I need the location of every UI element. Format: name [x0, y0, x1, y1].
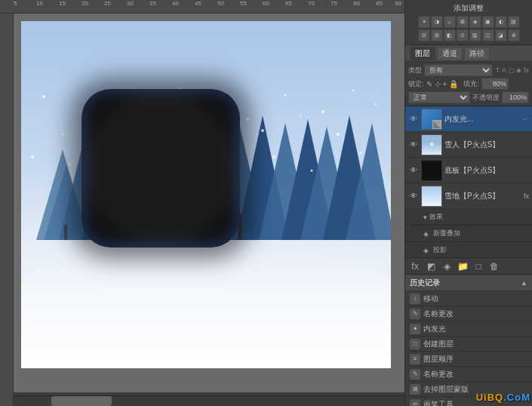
layer-eye-icon[interactable]: 👁 — [408, 191, 419, 201]
sub-layer-item[interactable]: ◈ 新覆叠加 — [405, 226, 532, 242]
layer-thumbnail — [421, 160, 442, 181]
blend-mode-select[interactable]: 正常 溶解 变暗 — [408, 91, 470, 103]
watermark: UiBQ.CoM — [476, 392, 530, 403]
history-item-name: 内发光 — [423, 324, 446, 334]
layer-link-icon: ⋯ — [522, 115, 529, 123]
layers-tabs-header: 图层 通道 路径 — [405, 45, 532, 62]
layer-name: 底板【P火点S】 — [444, 165, 529, 176]
adj-icon-4[interactable]: ⊠ — [457, 16, 469, 28]
history-header[interactable]: 历史记录 ▲ — [405, 275, 532, 291]
layer-eye-icon[interactable]: 👁 — [408, 165, 419, 176]
tab-channels[interactable]: 通道 — [437, 47, 463, 60]
layer-eye-icon[interactable]: 👁 — [408, 114, 419, 125]
history-item[interactable]: □ 创建图层 — [405, 337, 532, 352]
layers-bottom-toolbar: fx ◩ ◈ 📁 □ 🗑 — [405, 257, 532, 274]
layer-info: 雪人【P火点S】 — [444, 140, 529, 150]
adj-icon-2[interactable]: ◑ — [431, 16, 443, 28]
watermark-text2: .CoM — [503, 392, 530, 403]
panel-top-tools: 添加调整 ☀ ◑ ≈ ⊠ ◈ ▣ ◐ ▤ ⊟ ⊞ ◧ ⊙ ▥ ◫ ◪ ⊛ — [405, 0, 532, 45]
adj-icon-7[interactable]: ◐ — [495, 16, 507, 28]
adjustment-button[interactable]: ◈ — [440, 260, 454, 272]
adj-icon-13[interactable]: ▥ — [469, 29, 481, 42]
snow-ground — [21, 248, 391, 368]
history-list: ↕ 移动 ✎ 名称更改 ✦ 内发光 □ 创建图层 ≡ 图层顺序 ✎ 名称更改 — [405, 291, 532, 406]
layer-thumbnail: ❄ — [421, 134, 442, 155]
history-item-icon: ✎ — [410, 309, 420, 319]
adj-icon-1[interactable]: ☀ — [418, 16, 430, 28]
sub-layer-icon: ◈ — [423, 230, 431, 238]
layer-item[interactable]: 👁 底板【P火点S】 — [405, 158, 532, 183]
history-item-name: 名称更改 — [423, 369, 454, 380]
right-panel: 添加调整 ☀ ◑ ≈ ⊠ ◈ ▣ ◐ ▤ ⊟ ⊞ ◧ ⊙ ▥ ◫ ◪ ⊛ 图层 … — [404, 0, 532, 406]
delete-layer-button[interactable]: 🗑 — [487, 260, 501, 272]
canvas-horizontal-scrollbar[interactable] — [14, 395, 404, 406]
adj-icon-16[interactable]: ⊛ — [508, 29, 520, 42]
app-icon-shape — [81, 89, 240, 248]
layer-eye-icon[interactable]: 👁 — [408, 140, 419, 150]
layer-type-label: 类型 — [408, 66, 422, 75]
history-item[interactable]: ≡ 图层顺序 — [405, 352, 532, 367]
history-item-name: 画笔工具 — [423, 399, 454, 407]
layers-list: 👁 内发光... ⋯ 👁 ❄ 雪人【P火点S】 👁 底板【 — [405, 106, 532, 257]
adjustment-icons-row2: ⊟ ⊞ ◧ ⊙ ▥ ◫ ◪ ⊛ — [408, 29, 529, 42]
sub-layer-name: 投影 — [433, 245, 447, 255]
history-panel: 历史记录 ▲ ↕ 移动 ✎ 名称更改 ✦ 内发光 □ 创建图层 ≡ 图层顺序 — [405, 274, 532, 406]
tab-paths[interactable]: 路径 — [464, 47, 490, 60]
sub-layer-item[interactable]: ▾ 效果 — [405, 209, 532, 226]
history-item-icon: ≡ — [410, 354, 420, 364]
layer-info: 底板【P火点S】 — [444, 165, 529, 176]
ruler-horizontal: 5 10 15 20 25 30 35 40 45 50 55 60 65 70… — [0, 0, 404, 14]
sub-layer-name: 新覆叠加 — [433, 229, 460, 238]
layer-name: 雪人【P火点S】 — [444, 140, 529, 150]
opacity-value[interactable] — [502, 91, 529, 103]
blend-mode-label: 锁定: — [408, 79, 424, 89]
ruler-marks: 5 10 15 20 25 30 35 40 45 50 55 60 65 70… — [14, 0, 404, 13]
adj-icon-9[interactable]: ⊟ — [418, 29, 430, 42]
history-item-icon: ↕ — [410, 294, 420, 304]
layer-type-dropdown[interactable]: 所有 图层 — [424, 64, 493, 76]
history-item[interactable]: ✎ 名称更改 — [405, 306, 532, 321]
adj-icon-8[interactable]: ▤ — [508, 16, 520, 28]
fill-label: 填充: — [463, 79, 479, 89]
history-item-name: 图层顺序 — [423, 354, 454, 364]
canvas-content — [21, 21, 391, 368]
fx-badge: fx — [524, 192, 529, 200]
adj-icon-5[interactable]: ◈ — [469, 16, 481, 28]
layer-info: 雪地【P火点S】 — [444, 191, 521, 201]
history-item[interactable]: ✎ 名称更改 — [405, 367, 532, 382]
adj-icon-10[interactable]: ⊞ — [431, 29, 443, 42]
history-item-icon: □ — [410, 339, 420, 349]
layer-thumbnail — [421, 186, 442, 207]
tab-layers[interactable]: 图层 — [410, 47, 435, 60]
canvas-area[interactable] — [14, 14, 404, 392]
panel-tabs: 图层 通道 路径 — [410, 47, 490, 60]
new-folder-button[interactable]: 📁 — [456, 260, 469, 272]
layer-thumbnail — [421, 109, 442, 130]
fill-value[interactable] — [481, 78, 509, 90]
sub-layer-item[interactable]: ◈ 投影 — [405, 242, 532, 257]
adj-icon-12[interactable]: ⊙ — [457, 29, 469, 42]
adj-icon-15[interactable]: ◪ — [495, 29, 507, 42]
add-mask-button[interactable]: ◩ — [424, 260, 438, 272]
layer-item[interactable]: 👁 雪地【P火点S】 fx — [405, 183, 532, 209]
history-item-name: 移动 — [423, 294, 438, 304]
adj-icon-14[interactable]: ◫ — [482, 29, 494, 42]
history-item-icon: ✦ — [410, 324, 420, 334]
layer-name: 内发光... — [444, 114, 520, 125]
history-item[interactable]: ↕ 移动 — [405, 291, 532, 306]
adj-icon-11[interactable]: ◧ — [444, 29, 456, 42]
adj-icon-3[interactable]: ≈ — [444, 16, 456, 28]
history-item[interactable]: ✦ 内发光 — [405, 321, 532, 337]
layer-item[interactable]: 👁 ❄ 雪人【P火点S】 — [405, 132, 532, 158]
sub-layer-arrow: ▾ — [423, 214, 427, 221]
hscroll-thumb[interactable] — [51, 396, 112, 406]
fx-button[interactable]: fx — [408, 260, 422, 272]
ruler-vertical — [0, 14, 14, 406]
adj-icon-6[interactable]: ▣ — [482, 16, 494, 28]
sub-layer-icon: ◈ — [423, 247, 431, 254]
layer-item[interactable]: 👁 内发光... ⋯ — [405, 106, 532, 132]
history-expand-icon: ▲ — [521, 279, 527, 287]
history-item-name: 名称更改 — [423, 309, 454, 319]
sub-layer-name: 效果 — [429, 212, 443, 222]
new-layer-button[interactable]: □ — [472, 260, 485, 272]
